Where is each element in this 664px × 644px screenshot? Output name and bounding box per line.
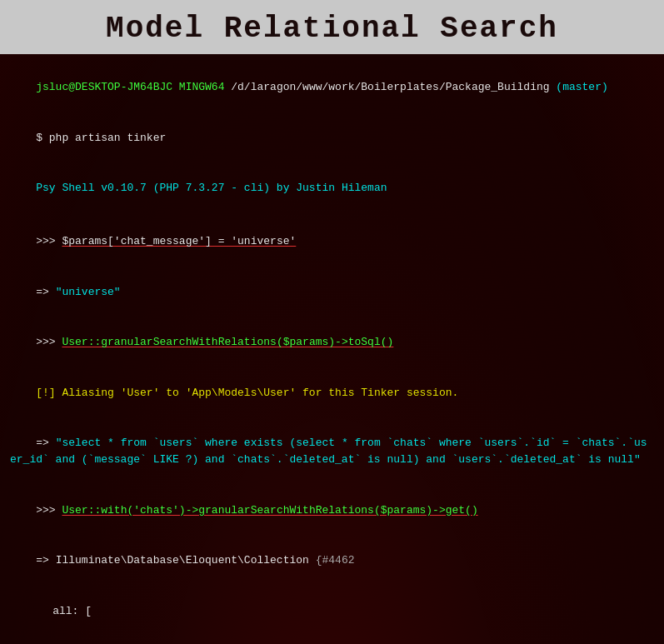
user-model-line: App\Models\User {#4473 [10,637,654,644]
cmd2-line: >>> User::granularSearchWithRelations($p… [10,317,654,367]
collection-line: => Illuminate\Database\Eloquent\Collecti… [10,536,654,586]
result1-line: => "universe" [10,267,654,317]
sql-result-line: => "select * from `users` where exists (… [10,418,654,486]
page-title: Model Relational Search [0,0,664,54]
cmd1-line: >>> $params['chat_message'] = 'universe' [10,217,654,267]
prompt-path: jsluc@DESKTOP-JM64BJC MINGW64 /d/laragon… [10,62,654,112]
warning-line: [!] Aliasing 'User' to 'App\Models\User'… [10,368,654,418]
php-artisan-cmd: $ php artisan tinker [10,112,654,162]
terminal: jsluc@DESKTOP-JM64BJC MINGW64 /d/laragon… [0,54,664,644]
cmd3-line: >>> User::with('chats')->granularSearchW… [10,486,654,536]
all-label-line: all: [ [10,586,654,636]
psy-shell-info: Psy Shell v0.10.7 (PHP 7.3.27 - cli) by … [10,163,654,213]
user-host: jsluc@DESKTOP-JM64BJC MINGW64 [36,81,224,93]
